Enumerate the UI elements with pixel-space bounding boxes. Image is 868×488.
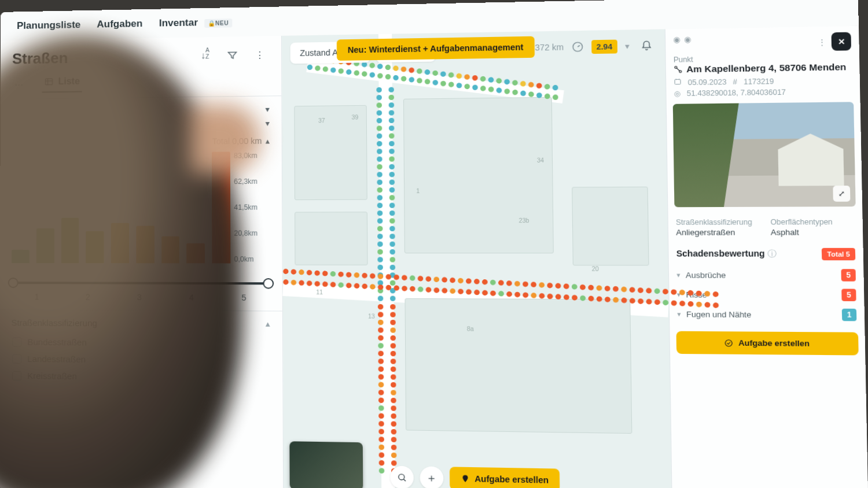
- svg-rect-8: [675, 79, 681, 84]
- add-icon[interactable]: ＋: [420, 466, 443, 488]
- histogram-bar[interactable]: [136, 225, 154, 263]
- calendar-icon: [674, 78, 681, 87]
- histogram-bar[interactable]: [61, 218, 79, 263]
- overall-score-gauge: [571, 41, 584, 53]
- menu-tasks[interactable]: Aufgaben: [97, 18, 142, 30]
- detail-coords: 51.438290018, 7.804036017: [687, 88, 786, 98]
- grade-range-slider[interactable]: [12, 276, 270, 291]
- class-value: Anliegerstraßen: [676, 228, 759, 237]
- condition-histogram: 83,0km62,3km41,5km20,8km0,0km: [12, 151, 270, 275]
- close-icon[interactable]: ✕: [832, 32, 852, 51]
- histogram-bar[interactable]: [111, 223, 129, 263]
- histogram-bar[interactable]: [36, 228, 54, 263]
- histogram-bar[interactable]: [187, 243, 205, 264]
- next-point-icon[interactable]: ◉: [684, 35, 691, 44]
- damage-row[interactable]: ▾Ausbrüche5: [669, 265, 864, 285]
- sort-icon[interactable]: ↓AZ: [196, 46, 215, 65]
- class-label: Straßenklassifizierung: [676, 218, 759, 227]
- filter-heading[interactable]: Straßenklassifizierung▴: [11, 317, 270, 329]
- checkbox-road-class[interactable]: Landesstraßen: [11, 350, 270, 370]
- tab-filter[interactable]: …: [12, 72, 26, 93]
- svg-rect-0: [46, 79, 53, 85]
- svg-point-5: [399, 474, 404, 480]
- checkbox-road-class[interactable]: Bundesstraßen: [11, 333, 270, 352]
- svg-point-9: [725, 339, 732, 346]
- surface-value: Asphalt: [771, 228, 855, 237]
- prev-point-icon[interactable]: ◉: [673, 35, 680, 44]
- overall-score: 2.94: [591, 39, 617, 54]
- target-icon: ◎: [674, 90, 681, 98]
- damage-row[interactable]: ▾Fugen und Nähte1: [670, 304, 865, 325]
- panel-more-icon[interactable]: ⋮: [818, 37, 826, 46]
- detail-create-task-button[interactable]: Aufgabe erstellen: [676, 331, 859, 356]
- notifications-icon[interactable]: [637, 36, 656, 55]
- detail-date: 05.09.2023: [688, 77, 727, 87]
- detail-id: 1173219: [744, 77, 774, 86]
- new-badge: 🔒NEU: [204, 19, 232, 28]
- chevron-down-icon[interactable]: ▾: [266, 119, 270, 128]
- histogram-bar[interactable]: [86, 231, 104, 263]
- menu-planning[interactable]: Planungsliste: [17, 19, 80, 32]
- histogram-bar[interactable]: [161, 236, 180, 263]
- point-photo[interactable]: ⤢: [673, 102, 856, 207]
- sidebar-title: Straßen: [12, 47, 187, 68]
- surface-label: Oberflächentypen: [770, 217, 855, 226]
- damage-total: Total 5: [822, 248, 855, 260]
- map-canvas[interactable]: Zustand Ansicht Punkte Aktuellste 372 km: [282, 29, 672, 488]
- more-icon[interactable]: ⋮: [250, 45, 269, 64]
- checkbox-road-class[interactable]: Kreisstraßen: [11, 367, 270, 387]
- menu-inventory[interactable]: Inventar 🔒NEU: [159, 16, 233, 29]
- histogram-bar[interactable]: [12, 250, 30, 263]
- filter-road-class: Straßenklassifizierung▴ BundesstraßenLan…: [0, 309, 282, 394]
- expand-icon[interactable]: ⤢: [833, 186, 850, 202]
- sidebar: Straßen ↓AZ ⋮ … Liste ▾ ▾: [0, 36, 284, 488]
- create-task-button[interactable]: Aufgabe erstellen: [450, 467, 560, 488]
- total-distance: 372 km: [535, 42, 564, 52]
- hash-icon: #: [733, 77, 737, 86]
- search-icon[interactable]: [390, 466, 414, 488]
- chevron-down-icon[interactable]: ▾: [265, 105, 269, 114]
- filter-icon[interactable]: [223, 46, 242, 65]
- total-length[interactable]: Total 0,00 km▴: [1, 136, 282, 150]
- tab-list[interactable]: Liste: [42, 72, 82, 93]
- grade-ticks: 12345: [12, 292, 270, 302]
- announcement-banner[interactable]: Neu: Winterdienst + Aufgabenmanagement: [337, 36, 535, 61]
- histogram-bar[interactable]: [212, 151, 230, 263]
- damage-title: Schadensbewertung ⓘ: [676, 249, 777, 260]
- satellite-minimap[interactable]: [289, 441, 363, 488]
- detail-panel: ◉ ◉ ⋮ ✕ Punkt Am Kapellenberg 4, 58706 M…: [665, 26, 868, 488]
